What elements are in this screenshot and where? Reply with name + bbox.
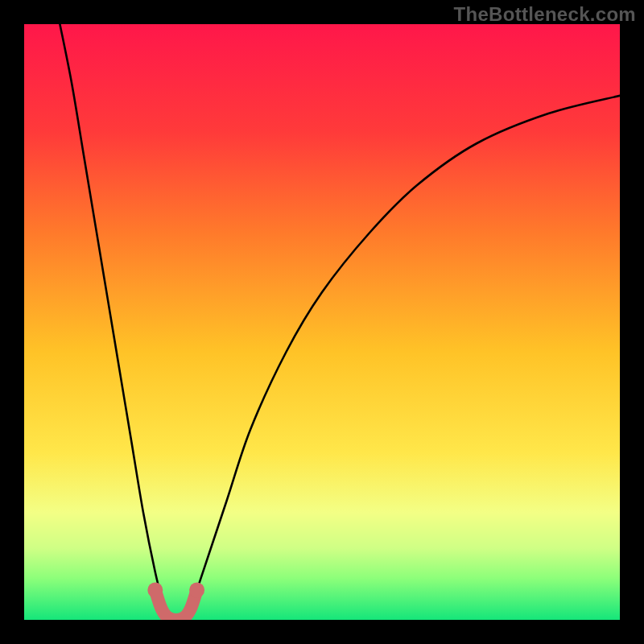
bottleneck-chart xyxy=(0,0,644,644)
valley-endpoint-left xyxy=(147,583,163,598)
valley-endpoint-right xyxy=(189,583,204,598)
watermark-text: TheBottleneck.com xyxy=(454,3,636,26)
chart-background-gradient xyxy=(24,24,620,620)
